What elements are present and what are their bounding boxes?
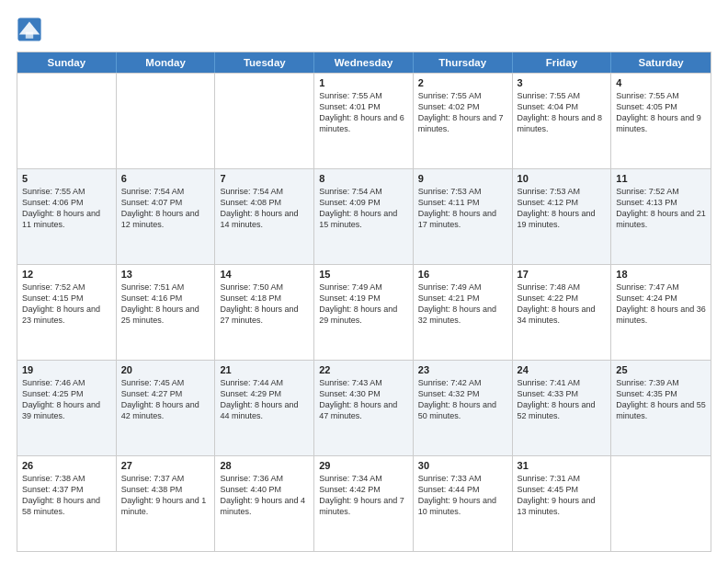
cell-day-number: 12 bbox=[22, 269, 111, 280]
cell-info: Sunrise: 7:46 AM Sunset: 4:25 PM Dayligh… bbox=[22, 377, 111, 422]
cell-info: Sunrise: 7:37 AM Sunset: 4:38 PM Dayligh… bbox=[121, 473, 210, 518]
cell-day-number: 13 bbox=[121, 269, 210, 280]
cell-info: Sunrise: 7:55 AM Sunset: 4:06 PM Dayligh… bbox=[22, 186, 111, 231]
cell-info: Sunrise: 7:53 AM Sunset: 4:12 PM Dayligh… bbox=[518, 186, 607, 231]
cell-day-number: 28 bbox=[220, 460, 309, 471]
day-cell-19: 19Sunrise: 7:46 AM Sunset: 4:25 PM Dayli… bbox=[17, 361, 117, 455]
cell-info: Sunrise: 7:49 AM Sunset: 4:21 PM Dayligh… bbox=[418, 282, 507, 327]
cell-info: Sunrise: 7:49 AM Sunset: 4:19 PM Dayligh… bbox=[319, 282, 408, 327]
day-cell-27: 27Sunrise: 7:37 AM Sunset: 4:38 PM Dayli… bbox=[117, 456, 216, 551]
cell-day-number: 31 bbox=[518, 460, 607, 471]
day-cell-9: 9Sunrise: 7:53 AM Sunset: 4:11 PM Daylig… bbox=[414, 169, 513, 264]
day-cell-25: 25Sunrise: 7:39 AM Sunset: 4:35 PM Dayli… bbox=[611, 361, 711, 455]
cell-day-number: 16 bbox=[418, 269, 507, 280]
day-cell-14: 14Sunrise: 7:50 AM Sunset: 4:18 PM Dayli… bbox=[215, 265, 314, 360]
day-cell-11: 11Sunrise: 7:52 AM Sunset: 4:13 PM Dayli… bbox=[611, 169, 711, 264]
cell-day-number: 10 bbox=[518, 173, 607, 184]
day-cell-2: 2Sunrise: 7:55 AM Sunset: 4:02 PM Daylig… bbox=[414, 74, 513, 168]
day-cell-12: 12Sunrise: 7:52 AM Sunset: 4:15 PM Dayli… bbox=[17, 265, 117, 360]
calendar-week-4: 19Sunrise: 7:46 AM Sunset: 4:25 PM Dayli… bbox=[17, 360, 711, 455]
cell-info: Sunrise: 7:55 AM Sunset: 4:02 PM Dayligh… bbox=[418, 90, 507, 135]
day-cell-26: 26Sunrise: 7:38 AM Sunset: 4:37 PM Dayli… bbox=[17, 456, 117, 551]
cell-info: Sunrise: 7:44 AM Sunset: 4:29 PM Dayligh… bbox=[220, 377, 309, 422]
cell-info: Sunrise: 7:50 AM Sunset: 4:18 PM Dayligh… bbox=[220, 282, 309, 327]
day-cell-1: 1Sunrise: 7:55 AM Sunset: 4:01 PM Daylig… bbox=[314, 74, 414, 168]
cell-day-number: 22 bbox=[319, 364, 408, 375]
cell-day-number: 7 bbox=[220, 173, 309, 184]
cell-info: Sunrise: 7:36 AM Sunset: 4:40 PM Dayligh… bbox=[220, 473, 309, 518]
cell-day-number: 19 bbox=[22, 364, 111, 375]
header-cell-wednesday: Wednesday bbox=[314, 52, 414, 73]
cell-info: Sunrise: 7:53 AM Sunset: 4:11 PM Dayligh… bbox=[418, 186, 507, 231]
cell-info: Sunrise: 7:42 AM Sunset: 4:32 PM Dayligh… bbox=[418, 377, 507, 422]
day-cell-8: 8Sunrise: 7:54 AM Sunset: 4:09 PM Daylig… bbox=[314, 169, 414, 264]
day-cell-3: 3Sunrise: 7:55 AM Sunset: 4:04 PM Daylig… bbox=[513, 74, 612, 168]
cell-info: Sunrise: 7:45 AM Sunset: 4:27 PM Dayligh… bbox=[121, 377, 210, 422]
cell-info: Sunrise: 7:38 AM Sunset: 4:37 PM Dayligh… bbox=[22, 473, 111, 518]
cell-day-number: 2 bbox=[418, 77, 507, 88]
cell-info: Sunrise: 7:34 AM Sunset: 4:42 PM Dayligh… bbox=[319, 473, 408, 518]
cell-info: Sunrise: 7:54 AM Sunset: 4:07 PM Dayligh… bbox=[121, 186, 210, 231]
empty-cell bbox=[117, 74, 216, 168]
cell-info: Sunrise: 7:51 AM Sunset: 4:16 PM Dayligh… bbox=[121, 282, 210, 327]
calendar: SundayMondayTuesdayWednesdayThursdayFrid… bbox=[17, 52, 711, 552]
cell-day-number: 26 bbox=[22, 460, 111, 471]
cell-day-number: 29 bbox=[319, 460, 408, 471]
cell-day-number: 21 bbox=[220, 364, 309, 375]
cell-info: Sunrise: 7:43 AM Sunset: 4:30 PM Dayligh… bbox=[319, 377, 408, 422]
cell-info: Sunrise: 7:55 AM Sunset: 4:05 PM Dayligh… bbox=[616, 90, 706, 135]
header-cell-saturday: Saturday bbox=[611, 52, 711, 73]
cell-day-number: 24 bbox=[518, 364, 607, 375]
cell-day-number: 30 bbox=[418, 460, 507, 471]
cell-day-number: 23 bbox=[418, 364, 507, 375]
calendar-week-1: 1Sunrise: 7:55 AM Sunset: 4:01 PM Daylig… bbox=[17, 73, 711, 168]
day-cell-22: 22Sunrise: 7:43 AM Sunset: 4:30 PM Dayli… bbox=[314, 361, 414, 455]
day-cell-24: 24Sunrise: 7:41 AM Sunset: 4:33 PM Dayli… bbox=[513, 361, 612, 455]
cell-info: Sunrise: 7:33 AM Sunset: 4:44 PM Dayligh… bbox=[418, 473, 507, 518]
cell-day-number: 9 bbox=[418, 173, 507, 184]
cell-day-number: 27 bbox=[121, 460, 210, 471]
cell-day-number: 15 bbox=[319, 269, 408, 280]
cell-info: Sunrise: 7:41 AM Sunset: 4:33 PM Dayligh… bbox=[518, 377, 607, 422]
day-cell-20: 20Sunrise: 7:45 AM Sunset: 4:27 PM Dayli… bbox=[117, 361, 216, 455]
cell-info: Sunrise: 7:47 AM Sunset: 4:24 PM Dayligh… bbox=[616, 282, 706, 327]
cell-info: Sunrise: 7:55 AM Sunset: 4:04 PM Dayligh… bbox=[518, 90, 607, 135]
day-cell-16: 16Sunrise: 7:49 AM Sunset: 4:21 PM Dayli… bbox=[414, 265, 513, 360]
empty-cell bbox=[17, 74, 117, 168]
header bbox=[17, 17, 711, 42]
empty-cell bbox=[611, 456, 711, 551]
cell-day-number: 18 bbox=[616, 269, 706, 280]
cell-info: Sunrise: 7:55 AM Sunset: 4:01 PM Dayligh… bbox=[319, 90, 408, 135]
cell-day-number: 14 bbox=[220, 269, 309, 280]
header-cell-tuesday: Tuesday bbox=[215, 52, 314, 73]
cell-day-number: 1 bbox=[319, 77, 408, 88]
cell-day-number: 11 bbox=[616, 173, 706, 184]
header-cell-monday: Monday bbox=[117, 52, 216, 73]
logo-icon bbox=[17, 17, 42, 42]
calendar-week-2: 5Sunrise: 7:55 AM Sunset: 4:06 PM Daylig… bbox=[17, 168, 711, 264]
cell-day-number: 3 bbox=[518, 77, 607, 88]
header-cell-friday: Friday bbox=[513, 52, 612, 73]
day-cell-6: 6Sunrise: 7:54 AM Sunset: 4:07 PM Daylig… bbox=[117, 169, 216, 264]
header-cell-thursday: Thursday bbox=[414, 52, 513, 73]
calendar-week-3: 12Sunrise: 7:52 AM Sunset: 4:15 PM Dayli… bbox=[17, 264, 711, 360]
day-cell-5: 5Sunrise: 7:55 AM Sunset: 4:06 PM Daylig… bbox=[17, 169, 117, 264]
day-cell-23: 23Sunrise: 7:42 AM Sunset: 4:32 PM Dayli… bbox=[414, 361, 513, 455]
day-cell-28: 28Sunrise: 7:36 AM Sunset: 4:40 PM Dayli… bbox=[215, 456, 314, 551]
cell-day-number: 25 bbox=[616, 364, 706, 375]
logo bbox=[17, 17, 46, 42]
day-cell-17: 17Sunrise: 7:48 AM Sunset: 4:22 PM Dayli… bbox=[513, 265, 612, 360]
cell-day-number: 5 bbox=[22, 173, 111, 184]
cell-day-number: 20 bbox=[121, 364, 210, 375]
day-cell-7: 7Sunrise: 7:54 AM Sunset: 4:08 PM Daylig… bbox=[215, 169, 314, 264]
day-cell-31: 31Sunrise: 7:31 AM Sunset: 4:45 PM Dayli… bbox=[513, 456, 612, 551]
cell-day-number: 6 bbox=[121, 173, 210, 184]
day-cell-30: 30Sunrise: 7:33 AM Sunset: 4:44 PM Dayli… bbox=[414, 456, 513, 551]
page: SundayMondayTuesdayWednesdayThursdayFrid… bbox=[0, 0, 728, 563]
calendar-week-5: 26Sunrise: 7:38 AM Sunset: 4:37 PM Dayli… bbox=[17, 455, 711, 551]
day-cell-13: 13Sunrise: 7:51 AM Sunset: 4:16 PM Dayli… bbox=[117, 265, 216, 360]
cell-day-number: 17 bbox=[518, 269, 607, 280]
day-cell-15: 15Sunrise: 7:49 AM Sunset: 4:19 PM Dayli… bbox=[314, 265, 414, 360]
cell-info: Sunrise: 7:54 AM Sunset: 4:08 PM Dayligh… bbox=[220, 186, 309, 231]
day-cell-4: 4Sunrise: 7:55 AM Sunset: 4:05 PM Daylig… bbox=[611, 74, 711, 168]
